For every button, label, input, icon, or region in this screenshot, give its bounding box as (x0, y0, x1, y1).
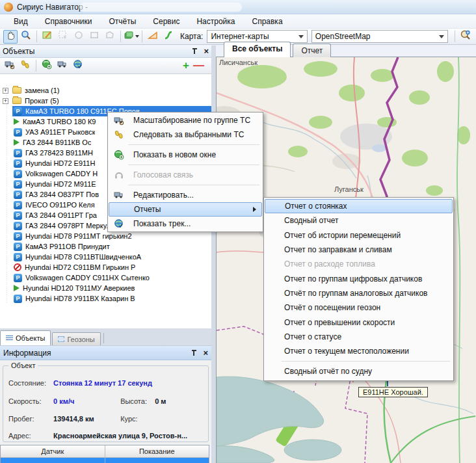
tree-item-label: Hyundai HD78 У911ВХ Казарин В (25, 295, 135, 302)
submenu-item[interactable]: Отчет об истории перемещений (265, 228, 453, 243)
menubar-item[interactable]: Сервис (144, 15, 188, 28)
add-object-button[interactable]: + (183, 60, 189, 71)
close-icon[interactable]: × (203, 349, 208, 357)
truck-zoom-icon (5, 59, 15, 72)
map-tab[interactable]: Отчет (293, 44, 331, 57)
panel-splitter[interactable] (211, 46, 216, 463)
context-menu-item[interactable]: Редактировать... (109, 188, 262, 202)
menubar-item[interactable]: Отчёты (100, 15, 144, 28)
menubar-item[interactable]: Вид (5, 15, 36, 28)
column-header[interactable]: Показание (105, 445, 209, 458)
tree-item-content: замена (1) (11, 85, 211, 96)
globe-add-button[interactable] (40, 59, 54, 73)
map-city-label: Лисичанськ (219, 59, 258, 66)
truck-zoom-button[interactable] (3, 59, 17, 73)
ruler-button[interactable] (146, 30, 160, 44)
pin-icon[interactable] (191, 47, 198, 55)
submenu-arrow-icon (253, 207, 256, 212)
titlebar[interactable]: Сириус Навигатор - (0, 0, 476, 14)
tree-item-label: ГАЗ 2844 О978РТ Меркулов (25, 222, 118, 230)
circle-tool-icon (73, 30, 84, 43)
globe-track-button[interactable] (71, 59, 85, 73)
address-value: Красноармейская улица 9, Ростов-н... (53, 432, 187, 440)
remove-object-button[interactable]: — (193, 61, 204, 70)
circle-tool-button[interactable] (72, 30, 86, 44)
map-label: Карта: (180, 32, 203, 41)
layers-button[interactable] (124, 30, 139, 44)
context-menu-item[interactable]: Следовать за выбранными ТС (109, 127, 262, 142)
context-menu-item[interactable]: Отчеты (109, 202, 262, 217)
tree-item[interactable]: Hyundai HD78 С911ВТШвидченкоА (0, 252, 211, 262)
tree-item-content: Volkswagen CADDY С911НХ Сытенко (12, 272, 211, 283)
submenu-item[interactable]: Отчет о статусе (265, 330, 453, 344)
submenu-item[interactable]: Отчет о расходе топлива (265, 257, 453, 271)
app-window: Сириус Навигатор - ВидСправочникиОтчётыС… (0, 0, 476, 463)
menu-item-label: Отчеты (134, 205, 161, 214)
submenu-item[interactable]: Отчет по заправкам и сливам (265, 243, 453, 257)
layers-icon (124, 30, 134, 43)
submenu-item[interactable]: Отчёт о посещении геозон (265, 300, 453, 315)
map-provider-value: OpenStreetMap (315, 32, 371, 41)
tree-item-label: Volkswagen CADDY Н (25, 170, 98, 178)
submenu-item[interactable]: Отчёт по группам аналоговых датчиков (265, 286, 453, 300)
submenu-item[interactable]: Сводный отчет (265, 213, 453, 228)
info-panel-header: Информация × (0, 346, 211, 360)
context-menu-item[interactable]: Масштабирование по группе ТС (109, 113, 262, 127)
parking-status-icon (14, 170, 22, 178)
tree-item-label: Hyundai HD78 С911ВТШвидченкоА (25, 253, 141, 261)
route-button[interactable] (161, 30, 176, 44)
footprints-button[interactable] (18, 59, 33, 73)
submenu-item[interactable]: Сводный отчёт по судну (265, 364, 453, 378)
pan-hand-button[interactable] (3, 30, 18, 44)
sensor-table-selected-row[interactable] (1, 458, 209, 463)
polygon-tool-button[interactable] (103, 30, 117, 44)
close-icon[interactable]: × (204, 47, 209, 55)
context-menu-item[interactable]: Показать трек... (109, 217, 262, 231)
tree-item[interactable]: Hyundai HD72 С911ВМ Гирькин Р (0, 262, 211, 272)
tab-geozones[interactable]: Геозоны (52, 332, 100, 345)
tree-item[interactable]: Hyundai HD120 Т911МУ Аверкиев (0, 283, 211, 293)
rect-tool-button[interactable] (87, 30, 101, 44)
tree-item[interactable]: Volkswagen CADDY С911НХ Сытенко (0, 272, 211, 283)
folder-icon (12, 98, 21, 104)
tree-item-content: Прокат (5) (11, 96, 211, 106)
truck-zoom-icon (114, 115, 124, 126)
map-tab[interactable]: Все объекты (224, 42, 291, 57)
tree-item-label: Прокат (5) (25, 97, 59, 105)
map-edit-button[interactable] (40, 30, 55, 44)
truck-button[interactable] (55, 59, 70, 73)
globe-track-icon (73, 59, 83, 72)
pin-icon[interactable] (191, 349, 198, 357)
context-menu-item[interactable]: Показать в новом окне (109, 148, 262, 162)
menu-item-label: Отчёт о посещении геозон (284, 303, 380, 312)
tree-item[interactable]: Hyundai HD78 У911ВХ Казарин В (0, 293, 211, 304)
menu-item-label: Отчет о расходе топлива (284, 259, 375, 269)
tree-item[interactable]: замена (1) (0, 85, 211, 96)
tree-item[interactable]: Hyundai HD78 Р911МТ гирькин2 (0, 231, 211, 241)
menubar-item[interactable]: Настройка (188, 15, 243, 28)
expander-icon[interactable] (3, 98, 8, 104)
menubar-item[interactable]: Справочники (36, 15, 101, 28)
parking-status-icon (14, 211, 22, 220)
menubar-item[interactable]: Справка (243, 15, 291, 28)
context-menu-item[interactable]: Голосовая связь (109, 168, 262, 182)
tree-item[interactable]: Прокат (5) (0, 96, 211, 106)
rect-tool-icon (89, 30, 99, 43)
zoom-button[interactable] (19, 30, 33, 44)
submenu-item[interactable]: Отчет о стоянках (265, 199, 453, 213)
column-header[interactable]: Датчик (1, 445, 105, 458)
select-region-button[interactable] (56, 30, 70, 44)
expander-icon[interactable] (3, 88, 8, 94)
altitude-value: 0 м (155, 397, 166, 405)
tree-item[interactable]: КамАЗ Р911ОВ Принудит (0, 241, 211, 252)
chevron-down-icon (135, 35, 139, 38)
submenu-item[interactable]: Отчет по группам цифровых датчиков (265, 271, 453, 285)
tab-objects[interactable]: Объекты (0, 330, 51, 345)
window-title: Сириус Навигатор - (17, 3, 88, 12)
submenu-item[interactable]: Отчет о превышении скорости (265, 315, 453, 329)
menu-item-label: Отчет о стоянках (285, 202, 347, 211)
parking-status-icon (14, 243, 22, 251)
sensor-table: ДатчикПоказание (0, 445, 209, 463)
altitude-label: Высота: (120, 397, 153, 405)
submenu-item[interactable]: Отчет о текущем местоположении (265, 344, 453, 358)
